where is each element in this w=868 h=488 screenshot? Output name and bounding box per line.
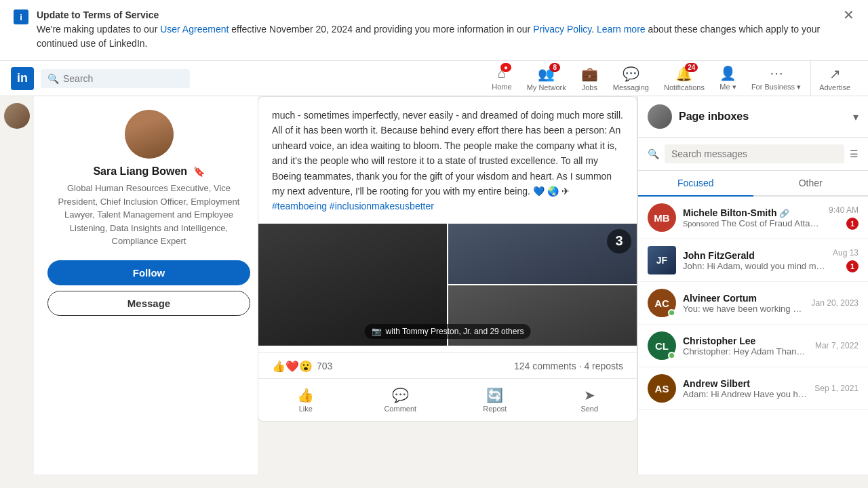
message-item[interactable]: AC Alvineer Cortum You: we have been wor…: [638, 282, 868, 325]
messages-search: 🔍 ☰: [638, 138, 868, 171]
messages-filter-icon[interactable]: ☰: [850, 148, 859, 159]
comment-button[interactable]: 💬 Comment: [353, 382, 448, 418]
messages-search-input[interactable]: [665, 144, 844, 163]
nav-label-messaging: Messaging: [613, 83, 649, 92]
tos-body-mid1: effective November 20, 2024 and providin…: [229, 24, 533, 35]
post-hashtags[interactable]: #teamboeing #inclusionmakesusbetter: [272, 201, 434, 211]
messages-title: Page inboxes: [679, 110, 749, 123]
nav-item-network[interactable]: 👥 8 My Network: [520, 61, 573, 96]
notifications-badge: 24: [685, 63, 698, 72]
repost-button[interactable]: 🔄 Repost: [448, 382, 542, 418]
msg-time-2: Aug 13: [833, 248, 859, 258]
for-business-icon: ⋯: [770, 65, 783, 81]
send-button[interactable]: ➤ Send: [542, 382, 637, 418]
main-layout: Sara Liang Bowen 🔖 Global Human Resource…: [0, 96, 868, 474]
msg-preview-3: You: we have been working digitally with…: [683, 304, 805, 314]
tos-title: Update to Terms of Service: [37, 9, 159, 20]
messages-panel: Page inboxes ▾ 🔍 ☰ Focused Other MB Mich…: [637, 96, 868, 474]
nav-label-jobs: Jobs: [582, 83, 597, 92]
profile-sidebar: Sara Liang Bowen 🔖 Global Human Resource…: [34, 96, 264, 474]
repost-icon: 🔄: [486, 387, 503, 403]
linkedin-logo[interactable]: in: [11, 67, 34, 90]
mini-avatar: [4, 103, 30, 129]
photo-tag: 📷 with Tommy Preston, Jr. and 29 others: [365, 324, 531, 339]
search-box[interactable]: 🔍: [41, 69, 190, 88]
send-icon: ➤: [584, 387, 595, 403]
notifications-icon: 🔔 24: [675, 66, 692, 82]
message-item[interactable]: JF John FitzGerald John: Hi Adam, would …: [638, 239, 868, 282]
tos-text: Update to Terms of Service We're making …: [37, 8, 835, 51]
post-card: much - sometimes imperfectly, never easi…: [258, 96, 637, 422]
profile-name: Sara Liang Bowen 🔖: [93, 165, 204, 178]
post-content: much - sometimes imperfectly, never easi…: [258, 97, 637, 214]
msg-info-1: Michele Bilton-Smith 🔗 Sponsored The Cos…: [683, 207, 822, 228]
follow-button[interactable]: Follow: [47, 260, 250, 285]
messages-search-icon: 🔍: [648, 148, 659, 159]
jobs-icon: 💼: [581, 66, 598, 82]
verified-icon: 🔖: [193, 166, 205, 177]
nav-item-jobs[interactable]: 💼 Jobs: [574, 61, 605, 96]
messaging-icon: 💬: [623, 66, 639, 82]
me-icon: 👤: [719, 65, 736, 81]
post-actions: 👍 Like 💬 Comment 🔄 Repost ➤ Send: [258, 378, 637, 421]
msg-meta-4: Mar 7, 2022: [815, 341, 859, 350]
msg-preview-4: Christopher: Hey Adam Thank you for the …: [683, 346, 808, 357]
message-item[interactable]: MB Michele Bilton-Smith 🔗 Sponsored The …: [638, 197, 868, 239]
nav-item-advertise[interactable]: ↗ Advertise: [812, 61, 857, 96]
tos-icon: i: [14, 9, 28, 24]
home-icon: ⌂ ●: [498, 66, 506, 81]
post-reactions: 👍❤️😮 703 124 comments · 4 reposts: [258, 352, 637, 378]
reaction-comments: 124 comments · 4 reposts: [514, 361, 623, 371]
tos-link-learnmore[interactable]: Learn more: [597, 24, 646, 35]
reaction-count: 703: [317, 361, 332, 371]
msg-meta-2: Aug 13 1: [833, 248, 859, 272]
msg-info-3: Alvineer Cortum You: we have been workin…: [683, 293, 805, 314]
like-button[interactable]: 👍 Like: [258, 382, 353, 418]
nav-label-home: Home: [492, 83, 511, 91]
msg-preview-2: John: Hi Adam, would you mind my adding …: [683, 261, 826, 271]
tos-close-button[interactable]: ✕: [843, 8, 854, 22]
nav-label-network: My Network: [527, 83, 566, 92]
msg-time-3: Jan 20, 2023: [812, 298, 859, 308]
msg-info-5: Andrew Silbert Adam: Hi Andrew Have you …: [683, 378, 808, 399]
nav-label-for-business: For Business ▾: [751, 83, 801, 92]
msg-info-2: John FitzGerald John: Hi Adam, would you…: [683, 250, 826, 271]
msg-time-5: Sep 1, 2021: [814, 384, 859, 393]
search-input[interactable]: [63, 73, 172, 84]
home-badge: ●: [500, 63, 511, 72]
navbar: in 🔍 ⌂ ● Home 👥 8 My Network 💼 Jobs 💬 Me…: [0, 61, 868, 96]
message-item[interactable]: CL Christopher Lee Christopher: Hey Adam…: [638, 325, 868, 367]
comment-icon: 💬: [392, 387, 409, 403]
post-body: much - sometimes imperfectly, never easi…: [272, 110, 623, 197]
nav-label-notifications: Notifications: [664, 83, 705, 92]
search-icon: 🔍: [47, 73, 59, 84]
nav-item-notifications[interactable]: 🔔 24 Notifications: [657, 61, 711, 96]
send-label: Send: [580, 405, 598, 413]
messages-header: Page inboxes ▾: [638, 96, 868, 138]
nav-item-home[interactable]: ⌂ ● Home: [485, 61, 518, 96]
nav-item-me[interactable]: 👤 Me ▾: [713, 61, 743, 96]
message-item[interactable]: AS Andrew Silbert Adam: Hi Andrew Have y…: [638, 367, 868, 410]
nav-item-messaging[interactable]: 💬 Messaging: [606, 61, 656, 96]
tos-link-agreement[interactable]: User Agreement: [160, 24, 229, 35]
advertise-icon: ↗: [829, 66, 841, 82]
message-button[interactable]: Message: [47, 291, 250, 316]
nav-item-for-business[interactable]: ⋯ For Business ▾: [745, 61, 811, 96]
msg-name-1: Michele Bilton-Smith 🔗: [683, 207, 822, 218]
messages-chevron-icon[interactable]: ▾: [853, 110, 859, 123]
photo-2: [448, 224, 637, 284]
tab-other[interactable]: Other: [753, 171, 869, 197]
message-list: MB Michele Bilton-Smith 🔗 Sponsored The …: [638, 197, 868, 474]
nav-label-me: Me ▾: [719, 83, 736, 92]
nav-label-advertise: Advertise: [819, 83, 850, 92]
post-photos: 📷 with Tommy Preston, Jr. and 29 others …: [258, 224, 637, 346]
network-badge: 8: [549, 63, 560, 72]
msg-meta-1: 9:40 AM 1: [829, 205, 859, 230]
msg-name-2: John FitzGerald: [683, 250, 826, 261]
msg-name-4: Christopher Lee: [683, 336, 808, 346]
avatar: [125, 110, 174, 159]
msg-unread-1: 1: [846, 218, 859, 230]
tos-link-privacy[interactable]: Privacy Policy: [533, 24, 591, 35]
tos-banner: i Update to Terms of Service We're makin…: [0, 0, 868, 61]
tab-focused[interactable]: Focused: [638, 171, 753, 197]
